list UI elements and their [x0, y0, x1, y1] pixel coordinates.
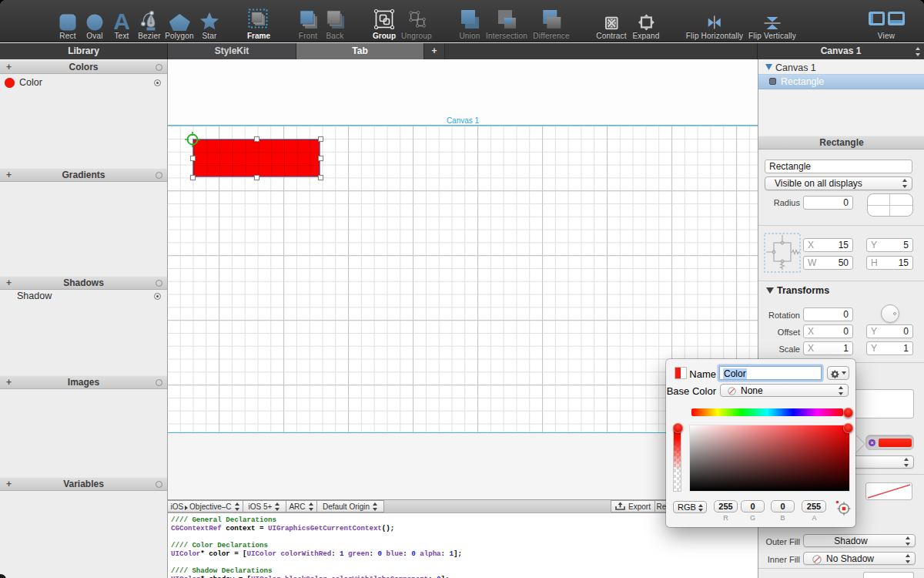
svg-text:A: A	[113, 11, 130, 31]
